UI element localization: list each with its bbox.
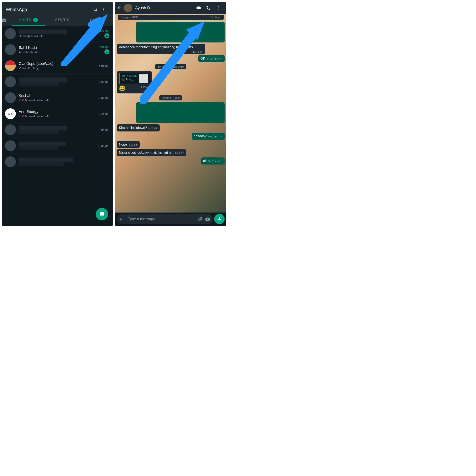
chats-list-screen: WhatsApp CHATS 2 STATUS CALLS Sahil: Aya… (2, 2, 113, 226)
message-input[interactable] (128, 217, 195, 221)
attach-icon[interactable] (198, 217, 203, 221)
svg-point-9 (218, 9, 219, 10)
svg-point-2 (103, 8, 104, 9)
video-call-icon[interactable] (196, 5, 205, 11)
new-chat-fab[interactable] (96, 208, 108, 221)
camera-tab-icon[interactable] (2, 17, 12, 22)
svg-point-5 (3, 19, 5, 21)
chat-row[interactable]: Kushal ↙✕Missed voice call 1:53 pm (2, 90, 113, 106)
search-icon[interactable] (93, 7, 102, 12)
contact-avatar[interactable] (124, 4, 132, 12)
message-reply[interactable]: You • Status 📷 Photo 😂 1:25 am (117, 71, 152, 93)
chat-row[interactable]: Sahil: Aya mrko le 5:27 pm 20 (2, 26, 113, 42)
chat-row[interactable]: 1:04 pm (2, 122, 113, 138)
chat-preview-blurred (19, 162, 64, 166)
chat-time: 1:25 pm (99, 112, 109, 115)
tab-chats[interactable]: CHATS 2 (12, 14, 45, 26)
message-time: 11:42 am (193, 50, 203, 54)
tab-label: CHATS (19, 18, 31, 21)
svg-point-7 (218, 6, 219, 7)
message-in[interactable]: Kha hai lockdown?5:08 pm (117, 124, 160, 131)
chat-time: 12:58 pm (97, 144, 109, 147)
chat-row[interactable]: ClanDope (LeoWale) Vikas: On time 4:55 p… (2, 58, 113, 74)
contact-name[interactable]: Ayush D (135, 6, 195, 10)
message-time: 5:09 pm✓✓ (208, 135, 222, 138)
chat-detail-screen: Ayush D 2 pages • PDF11:40 am Aerospace … (115, 2, 226, 226)
app-title: WhatsApp (6, 7, 93, 12)
chat-row[interactable]: 12:58 pm (2, 138, 113, 154)
message-in[interactable]: Aerospace manufacturing engineering tech… (117, 44, 205, 54)
chat-preview-blurred (19, 130, 59, 134)
chat-name-blurred (19, 126, 67, 130)
camera-icon[interactable] (205, 217, 210, 221)
svg-point-0 (94, 8, 97, 11)
chat-name-blurred (19, 30, 67, 34)
avatar[interactable] (5, 28, 16, 39)
document-meta: 2 pages • PDF11:40 am (118, 15, 224, 20)
input-bar: ☺ | (115, 213, 226, 226)
back-icon[interactable] (117, 5, 123, 10)
chat-row[interactable]: Sahil Kadu Ara kta khelne 4:56 pm 1 (2, 42, 113, 58)
chat-row[interactable]: 2:51 pm (2, 74, 113, 90)
missed-call-icon: ↙✕ (19, 114, 24, 118)
chat-name-blurred (19, 78, 67, 82)
chat-list[interactable]: Sahil: Aya mrko le 5:27 pm 20 Sahil Kadu… (2, 26, 113, 226)
chat-time: 1:04 pm (99, 128, 109, 131)
emoji-icon[interactable]: ☺ (119, 216, 124, 222)
chat-row[interactable]: arin Arin Energy ↙✕Missed voice call 1:2… (2, 106, 113, 122)
chat-preview: Sahil: Aya mrko le (19, 34, 99, 38)
date-separator: 10 NOVEMBER 2019 (155, 64, 186, 69)
message-time: 5:08 pm (149, 127, 157, 130)
message-time: 5:09 pm (129, 143, 137, 147)
chat-name: ClanDope (LeoWale) (19, 62, 99, 66)
chat-preview-blurred (19, 82, 59, 86)
reply-thumbnail (139, 74, 148, 83)
main-header: WhatsApp (2, 2, 113, 14)
chat-preview: Ara kta khelne (19, 50, 99, 54)
avatar[interactable] (5, 60, 16, 71)
tab-status[interactable]: STATUS (45, 15, 79, 25)
missed-call-icon: ↙✕ (19, 98, 24, 102)
read-checks-icon: ✓✓ (218, 135, 222, 138)
avatar[interactable] (5, 44, 16, 55)
chat-preview: ↙✕Missed voice call (19, 114, 99, 118)
chat-name-blurred (19, 142, 66, 146)
message-in[interactable]: Nope5:09 pm (117, 141, 140, 148)
read-checks-icon: ✓✓ (218, 57, 222, 61)
chat-name: Kushal (19, 94, 99, 98)
message-input-pill[interactable]: ☺ | (117, 214, 213, 224)
chat-body[interactable]: 2 pages • PDF11:40 am Aerospace manufact… (115, 14, 226, 213)
message-out[interactable]: canada?5:09 pm✓✓ (192, 133, 225, 140)
chat-time: 4:55 pm (99, 64, 109, 67)
message-out[interactable]: OK11:42 am✓✓ (198, 55, 225, 62)
svg-point-3 (103, 9, 104, 10)
avatar[interactable]: arin (5, 108, 16, 119)
reply-quote: You • Status 📷 Photo (119, 73, 150, 84)
tab-calls[interactable]: CALLS (79, 15, 113, 25)
message-blurred[interactable] (136, 22, 225, 42)
avatar[interactable] (5, 124, 16, 135)
chat-preview-blurred (19, 146, 58, 150)
message-blurred[interactable] (136, 102, 225, 123)
more-icon[interactable] (102, 7, 110, 12)
svg-point-11 (207, 219, 208, 220)
read-checks-icon: ✓✓ (218, 160, 222, 163)
more-icon[interactable] (216, 6, 225, 10)
message-out[interactable]: ok5:10 pm✓✓ (201, 157, 225, 165)
chat-name-blurred (19, 158, 73, 162)
unread-badge: 1 (104, 49, 109, 54)
mic-button[interactable] (214, 214, 225, 224)
voice-call-icon[interactable] (206, 5, 215, 10)
chat-header: Ayush D (115, 2, 226, 14)
avatar[interactable] (5, 140, 16, 151)
message-time: 5:10 pm✓✓ (208, 160, 222, 163)
chat-row[interactable] (2, 154, 113, 170)
message-in[interactable]: Major cities lockdown hai, hamari nhi5:1… (117, 149, 186, 156)
unread-badge: 20 (104, 33, 109, 38)
avatar[interactable] (5, 92, 16, 103)
message-time: 5:10 pm (175, 151, 184, 155)
chat-name: Arin Energy (19, 110, 99, 114)
avatar[interactable] (5, 76, 16, 87)
chats-unread-badge: 2 (33, 18, 38, 22)
avatar[interactable] (5, 156, 16, 167)
